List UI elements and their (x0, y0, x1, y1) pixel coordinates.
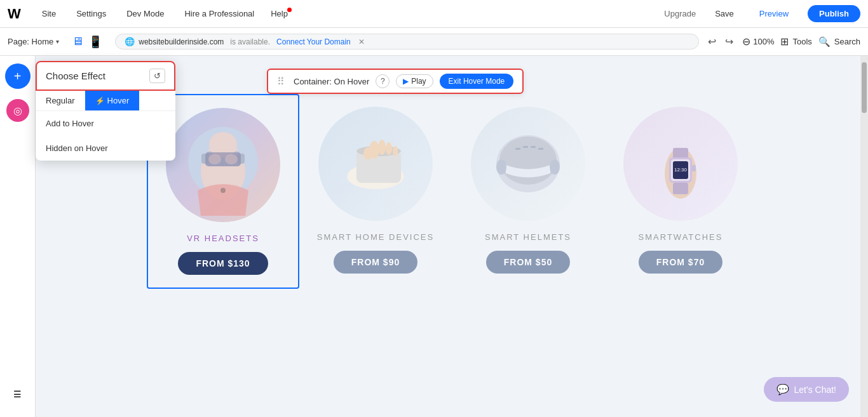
url-available-text: is available. (230, 37, 270, 46)
device-toggle: 🖥 📱 (72, 35, 102, 49)
price-button-smarthome[interactable]: FROM $90 (334, 251, 417, 274)
hidden-on-hover-item[interactable]: Hidden on Hover (36, 136, 175, 161)
container-label: Container: On Hover (294, 77, 369, 86)
nav-devmode[interactable]: Dev Mode (123, 6, 168, 21)
chevron-down-icon: ▾ (56, 38, 59, 45)
layers-button[interactable]: ☰ (5, 381, 31, 407)
svg-point-15 (386, 142, 392, 155)
url-text: websitebuilderinside.com (139, 37, 224, 46)
connect-domain-link[interactable]: Connect Your Domain (276, 37, 351, 46)
svg-rect-31 (673, 183, 688, 194)
grid-icon: ⊞ (780, 36, 789, 48)
svg-point-25 (550, 159, 560, 175)
product-name-watch: Smartwatches (639, 232, 723, 242)
page-selector[interactable]: Page: Home ▾ (8, 37, 59, 46)
product-name-helmet: Smart Helmets (485, 232, 571, 242)
product-card-smarthome[interactable]: Smart Home Devices FROM $90 (299, 94, 452, 286)
svg-rect-21 (523, 146, 528, 148)
svg-point-14 (378, 140, 386, 155)
bolt-icon: ⚡ (95, 96, 105, 105)
effect-reset-button[interactable]: ↺ (149, 69, 165, 83)
svg-point-16 (393, 146, 398, 156)
add-elements-button[interactable]: + (5, 63, 31, 89)
nav-settings[interactable]: Settings (72, 6, 110, 21)
preview-button[interactable]: Preview (753, 6, 795, 21)
vertical-scrollbar[interactable] (860, 56, 868, 417)
nav-hire[interactable]: Hire a Professional (180, 6, 258, 21)
product-image-watch: 12:30 (623, 107, 738, 221)
svg-point-8 (225, 154, 238, 164)
chat-icon: 💬 (776, 383, 789, 395)
svg-rect-20 (515, 148, 520, 150)
redo-button[interactable]: ↪ (722, 33, 736, 50)
undo-button[interactable]: ↩ (705, 33, 719, 50)
app-market-button[interactable]: ◎ (6, 99, 29, 122)
search-button[interactable]: 🔍 Search (818, 36, 860, 48)
help-button[interactable]: ? (376, 74, 390, 88)
zoom-level: 100% (753, 37, 774, 46)
editor-toolbar: Page: Home ▾ 🖥 📱 🌐 websitebuilderinside.… (0, 28, 868, 56)
scrollbar-thumb[interactable] (862, 62, 867, 113)
nav-help[interactable]: Help (271, 9, 288, 18)
price-button-vr[interactable]: FROM $130 (178, 252, 268, 275)
price-button-helmet[interactable]: FROM $50 (486, 251, 570, 274)
save-button[interactable]: Save (709, 6, 740, 21)
zoom-icon: ⊖ (742, 36, 750, 48)
container-hover-bar: ⠿ Container: On Hover ? ▶ Play Exit Hove… (267, 69, 524, 94)
product-image-smarthome (318, 107, 433, 221)
regular-tab[interactable]: Regular (36, 91, 85, 110)
zoom-control: ⊖ 100% (742, 36, 774, 48)
svg-point-19 (499, 136, 557, 185)
live-chat-button[interactable]: 💬 Let's Chat! (764, 377, 850, 402)
product-name-vr: VR Headsets (187, 234, 259, 243)
svg-rect-22 (531, 146, 536, 148)
desktop-icon[interactable]: 🖥 (72, 35, 83, 49)
tools-button[interactable]: ⊞ Tools (780, 36, 811, 48)
choose-effect-bar: Choose Effect ↺ (36, 61, 175, 91)
top-navigation: W Site Settings Dev Mode Hire a Professi… (0, 0, 868, 28)
smarthome-illustration (325, 113, 426, 215)
play-icon: ▶ (403, 77, 409, 86)
svg-point-17 (363, 147, 372, 160)
wix-logo: W (8, 6, 20, 22)
svg-point-9 (220, 188, 226, 193)
choose-effect-label: Choose Effect (46, 70, 105, 81)
search-icon: 🔍 (818, 36, 831, 48)
globe-icon: 🌐 (125, 37, 135, 46)
upgrade-link[interactable]: Upgrade (664, 9, 696, 18)
helmet-illustration (477, 113, 579, 215)
url-bar: 🌐 websitebuilderinside.com is available.… (115, 34, 699, 50)
product-card-watch[interactable]: 12:30 Smartwatches FROM $70 (604, 94, 757, 286)
help-notification-dot (287, 8, 292, 12)
hover-tabs: Regular ⚡ Hover (36, 91, 175, 111)
svg-rect-23 (538, 148, 543, 150)
vr-illustration (172, 114, 274, 216)
undo-redo: ↩ ↪ (705, 33, 736, 50)
product-image-helmet (471, 107, 585, 221)
product-name-smarthome: Smart Home Devices (317, 232, 434, 242)
add-to-hover-item[interactable]: Add to Hover (36, 111, 175, 136)
publish-button[interactable]: Publish (808, 5, 860, 22)
left-sidebar: + ◎ ☰ (0, 56, 36, 417)
play-button[interactable]: ▶ Play (396, 74, 433, 88)
product-card-helmet[interactable]: Smart Helmets FROM $50 (452, 94, 604, 286)
price-button-watch[interactable]: FROM $70 (639, 251, 722, 274)
exit-hover-button[interactable]: Exit Hover Mode (440, 74, 514, 89)
hover-tab[interactable]: ⚡ Hover (85, 91, 140, 110)
svg-point-7 (208, 154, 221, 164)
svg-rect-32 (692, 165, 696, 171)
hover-effect-popup: Choose Effect ↺ Regular ⚡ Hover Add to H… (36, 61, 175, 161)
nav-site[interactable]: Site (38, 6, 60, 21)
svg-text:12:30: 12:30 (674, 167, 688, 173)
watch-illustration: 12:30 (630, 113, 731, 215)
mobile-icon[interactable]: 📱 (88, 35, 102, 49)
drag-handle-icon[interactable]: ⠿ (277, 76, 285, 88)
svg-point-24 (496, 159, 506, 175)
url-close-icon[interactable]: ✕ (358, 37, 365, 46)
product-image-vr (166, 108, 280, 222)
